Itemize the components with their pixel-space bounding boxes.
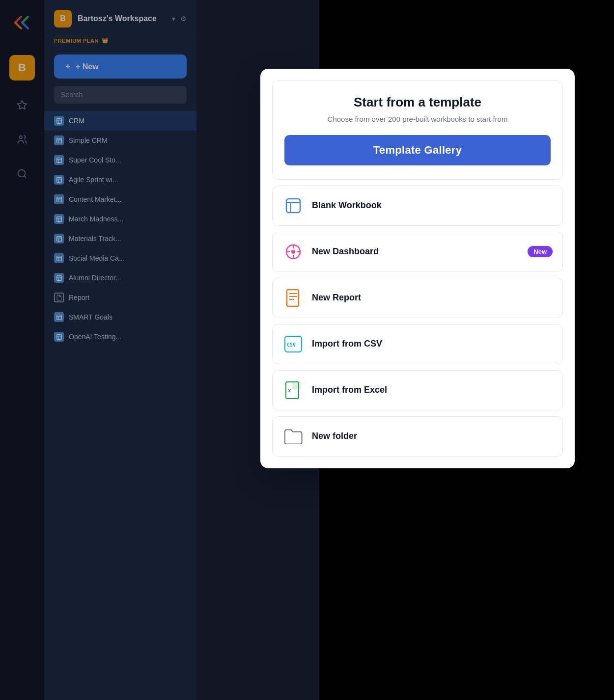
new-folder-item[interactable]: New folder: [272, 416, 563, 457]
import-csv-label: Import from CSV: [312, 339, 553, 349]
svg-text:CSV: CSV: [287, 342, 296, 348]
new-report-label: New Report: [312, 293, 553, 303]
dashboard-icon: [282, 241, 304, 263]
report-icon: [282, 287, 304, 309]
svg-rect-45: [287, 290, 299, 306]
csv-icon: CSV: [282, 333, 304, 355]
new-badge: New: [528, 246, 553, 257]
workbook-icon: [282, 195, 304, 216]
new-report-item[interactable]: New Report: [272, 278, 563, 318]
svg-rect-53: [293, 382, 301, 389]
new-dashboard-item[interactable]: New Dashboard New: [272, 232, 563, 272]
blank-workbook-label: Blank Workbook: [312, 200, 553, 211]
template-title: Start from a template: [284, 95, 551, 110]
template-card: Start from a template Choose from over 2…: [272, 81, 563, 180]
new-dashboard-label: New Dashboard: [312, 246, 520, 257]
new-item-modal: Start from a template Choose from over 2…: [260, 69, 575, 468]
excel-icon: x: [282, 379, 304, 401]
import-excel-item[interactable]: x Import from Excel: [272, 370, 563, 410]
template-subtitle: Choose from over 200 pre-built workbooks…: [284, 114, 551, 125]
modal-overlay: Start from a template Choose from over 2…: [0, 0, 614, 700]
folder-icon: [282, 426, 304, 447]
template-gallery-button[interactable]: Template Gallery: [284, 135, 551, 165]
svg-rect-36: [286, 199, 300, 213]
import-excel-label: Import from Excel: [312, 385, 553, 395]
svg-point-40: [291, 250, 295, 254]
blank-workbook-item[interactable]: Blank Workbook: [272, 186, 563, 226]
import-csv-item[interactable]: CSV Import from CSV: [272, 324, 563, 364]
new-folder-label: New folder: [312, 431, 553, 441]
svg-text:x: x: [288, 387, 291, 394]
